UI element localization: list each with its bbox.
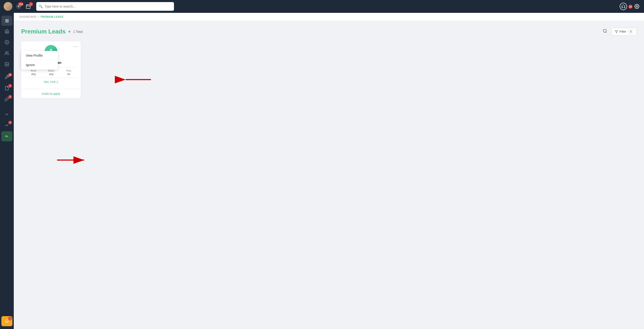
- sidebar-item-ld[interactable]: ld 3: [2, 120, 12, 130]
- sidebar-item-reports[interactable]: [2, 60, 12, 70]
- svg-point-9: [6, 52, 7, 53]
- baths-detail: Baths any: [48, 69, 54, 76]
- sidebar-item-links[interactable]: 3: [2, 94, 12, 104]
- svg-line-15: [606, 32, 607, 33]
- card-bottom: Invite to apply: [21, 88, 81, 98]
- svg-marker-16: [615, 30, 618, 33]
- main-content: DASHBOARD > PREMIUM LEADS Premium Leads …: [14, 13, 644, 329]
- dropdown-menu: View Profile Ignore: [21, 51, 58, 70]
- invite-link[interactable]: Invite to apply: [42, 92, 60, 96]
- svg-point-0: [18, 6, 19, 7]
- sidebar-item-tools[interactable]: 20: [2, 72, 12, 82]
- notifications-badge: 10: [628, 4, 632, 9]
- topbar-right: 10: [620, 3, 640, 10]
- home-icon: [4, 29, 9, 35]
- search-input[interactable]: [36, 2, 174, 11]
- docs-badge: 1: [8, 84, 12, 88]
- calendar-badge: 1: [29, 2, 33, 6]
- alerts-badge: 114: [18, 2, 24, 6]
- search-button[interactable]: [601, 27, 609, 36]
- search-area: 🔍: [36, 2, 174, 11]
- sidebar-item-home[interactable]: [2, 26, 12, 37]
- reports-icon: [4, 62, 9, 68]
- sidebar-item-contacts[interactable]: [2, 49, 12, 59]
- pets-detail: Pets no: [66, 69, 72, 76]
- unit-link[interactable]: Net, Unit 1: [25, 78, 77, 86]
- filter-count: 0: [628, 30, 633, 34]
- page-title-row: Premium Leads ▾ 1 Total: [21, 28, 82, 35]
- page-header: Premium Leads ▾ 1 Total Filter 0: [21, 27, 637, 36]
- calendar-button[interactable]: 1: [25, 3, 32, 10]
- total-count: 1 Total: [73, 30, 82, 34]
- sidebar: ⊞: [0, 13, 14, 329]
- sidebar-item-money[interactable]: [2, 38, 12, 48]
- pl-label: pl: [6, 135, 8, 138]
- user-avatar[interactable]: [4, 2, 12, 11]
- pets-label: Pets: [66, 69, 72, 72]
- dashboard-icon: ⊞: [5, 18, 9, 24]
- notifications-button[interactable]: 10: [629, 6, 631, 7]
- beds-detail: Beds any: [30, 69, 36, 76]
- page-title: Premium Leads: [21, 28, 66, 35]
- card-top: ··· View Profile Ignore Cole Morgan: [21, 41, 81, 88]
- topbar: 114 1 🔍 10: [0, 0, 644, 13]
- sidebar-bottom: 1: [2, 316, 12, 326]
- money-icon: [4, 40, 9, 46]
- header-actions: Filter 0: [601, 27, 637, 36]
- breadcrumb-current: PREMIUM LEADS: [40, 15, 63, 18]
- beds-label: Beds: [30, 69, 36, 72]
- svg-point-5: [636, 6, 638, 7]
- ld-label: ld: [6, 124, 8, 126]
- notification-bell[interactable]: 1: [2, 316, 12, 326]
- content-area: Premium Leads ▾ 1 Total Filter 0: [14, 21, 644, 105]
- svg-point-14: [604, 29, 606, 32]
- filter-label: Filter: [620, 30, 626, 33]
- settings-button[interactable]: [634, 3, 640, 10]
- dropdown-ignore[interactable]: Ignore: [21, 60, 58, 70]
- headset-icon[interactable]: [620, 3, 627, 10]
- sidebar-item-pl[interactable]: pl: [2, 131, 12, 141]
- filter-button[interactable]: Filter 0: [612, 28, 637, 36]
- sidebar-item-docs[interactable]: 1: [2, 84, 12, 94]
- contacts-icon: [4, 51, 9, 57]
- cards-grid: ··· View Profile Ignore Cole Morgan: [21, 41, 637, 98]
- baths-value: any: [48, 72, 54, 76]
- baths-label: Baths: [48, 69, 54, 72]
- title-dropdown-icon[interactable]: ▾: [68, 29, 70, 34]
- beds-value: any: [30, 72, 36, 76]
- sidebar-item-dashboard[interactable]: ⊞: [2, 16, 12, 26]
- dropdown-view-profile[interactable]: View Profile: [21, 51, 58, 60]
- sidebar-item-ls[interactable]: ls: [2, 109, 12, 119]
- alerts-button[interactable]: 114: [15, 3, 22, 10]
- ld-badge: 3: [8, 121, 12, 124]
- bell-badge: 1: [8, 316, 12, 320]
- card-menu-button[interactable]: ···: [73, 44, 78, 49]
- tools-badge: 20: [8, 73, 12, 77]
- links-badge: 3: [8, 95, 12, 99]
- breadcrumb-separator: >: [38, 15, 39, 18]
- lead-card: ··· View Profile Ignore Cole Morgan: [21, 41, 81, 98]
- ls-label: ls: [6, 113, 8, 116]
- breadcrumb-dashboard[interactable]: DASHBOARD: [19, 15, 36, 18]
- pets-value: no: [66, 72, 72, 76]
- breadcrumb: DASHBOARD > PREMIUM LEADS: [14, 13, 644, 21]
